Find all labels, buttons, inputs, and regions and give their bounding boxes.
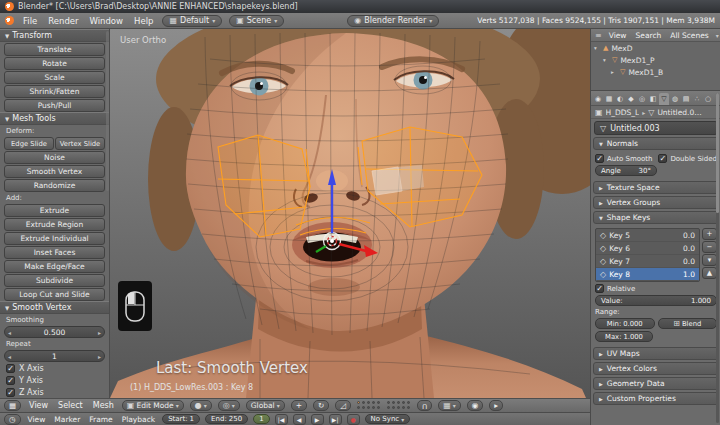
mode-dropdown[interactable]: ▣ Edit Mode ▾ bbox=[122, 400, 184, 411]
tab-object-data-icon[interactable]: ▽ bbox=[659, 93, 669, 105]
play-button[interactable]: ▶ bbox=[311, 414, 324, 425]
sync-mode-dropdown[interactable]: No Sync ▾ bbox=[365, 414, 411, 424]
range-min-field[interactable]: Min: 0.000 bbox=[595, 318, 655, 329]
range-max-field[interactable]: Max: 1.000 bbox=[595, 331, 653, 342]
timeline-menu-view[interactable]: View bbox=[26, 415, 48, 424]
remove-shape-key-button[interactable]: − bbox=[702, 241, 717, 253]
opengl-render-anim-button[interactable]: ▸ bbox=[489, 400, 503, 411]
outliner-item[interactable]: ▾ ▲ MexD bbox=[591, 42, 720, 54]
vertex-slide-button[interactable]: Vertex Slide bbox=[55, 137, 105, 150]
shrink-fatten-button[interactable]: Shrink/Fatten bbox=[4, 85, 105, 98]
jump-to-end-button[interactable]: ▶| bbox=[329, 414, 342, 425]
breadcrumb-object[interactable]: H_DDS_L bbox=[606, 108, 640, 117]
jump-to-start-button[interactable]: |◀ bbox=[275, 414, 288, 425]
outliner-display-dropdown[interactable]: All Scenes bbox=[668, 31, 710, 40]
tab-object-icon[interactable]: ◆ bbox=[626, 93, 636, 105]
extrude-region-button[interactable]: Extrude Region bbox=[4, 218, 105, 231]
orientation-dropdown[interactable]: Global ▾ bbox=[246, 400, 285, 411]
snap-toggle[interactable]: U bbox=[417, 400, 432, 411]
shape-key-row-selected[interactable]: ◇ Key 8 1.0 bbox=[596, 268, 699, 281]
panel-header-transform[interactable]: Transform bbox=[0, 29, 109, 42]
loop-cut-slide-button[interactable]: Loop Cut and Slide bbox=[4, 288, 105, 301]
tab-constraints-icon[interactable]: ◎ bbox=[637, 93, 647, 105]
panel-header-custom-properties[interactable]: Custom Properties bbox=[593, 392, 719, 405]
viewport-canvas[interactable] bbox=[110, 29, 590, 398]
auto-smooth-checkbox[interactable]: ✓ bbox=[595, 154, 604, 163]
pivot-point-dropdown[interactable]: ◎ ▾ bbox=[218, 400, 240, 411]
layers-widget-right[interactable] bbox=[387, 401, 411, 410]
panel-header-vertex-colors[interactable]: Vertex Colors bbox=[593, 362, 719, 375]
translate-button[interactable]: Translate bbox=[4, 43, 105, 56]
tab-modifiers-icon[interactable]: ◧ bbox=[648, 93, 658, 105]
shape-key-row[interactable]: ◇ Key 5 0.0 bbox=[596, 229, 699, 242]
extrude-button[interactable]: Extrude bbox=[4, 204, 105, 217]
outliner-item[interactable]: ▸ ▽ MexD1_B bbox=[591, 66, 720, 78]
make-edge-face-button[interactable]: Make Edge/Face bbox=[4, 260, 105, 273]
menu-file[interactable]: File bbox=[21, 16, 39, 26]
relative-checkbox[interactable]: ✓ bbox=[595, 284, 604, 293]
timeline-menu-marker[interactable]: Marker bbox=[52, 415, 82, 424]
panel-header-geometry-data[interactable]: Geometry Data bbox=[593, 377, 719, 390]
x-axis-checkbox[interactable]: ✓ bbox=[6, 364, 15, 373]
tab-world-icon[interactable]: ◐ bbox=[615, 93, 625, 105]
frame-end-field[interactable]: End: 250 bbox=[205, 414, 248, 424]
smoothing-slider[interactable]: 0.500 bbox=[4, 326, 105, 338]
panel-header-vertex-groups[interactable]: Vertex Groups bbox=[593, 196, 719, 209]
y-axis-checkbox[interactable]: ✓ bbox=[6, 376, 15, 385]
frame-start-field[interactable]: Start: 1 bbox=[162, 414, 200, 424]
smooth-vertex-button[interactable]: Smooth Vertex bbox=[4, 165, 105, 178]
current-frame-field[interactable]: 1 bbox=[253, 414, 269, 424]
move-shape-key-up-button[interactable]: ▲ bbox=[702, 267, 717, 279]
tab-scene-icon[interactable]: ▦ bbox=[604, 93, 614, 105]
extrude-individual-button[interactable]: Extrude Individual bbox=[4, 232, 105, 245]
double-sided-checkbox[interactable]: ✓ bbox=[658, 154, 667, 163]
breadcrumb-data[interactable]: Untitled.003 bbox=[657, 108, 703, 117]
expander-icon[interactable]: ▾ bbox=[594, 45, 600, 51]
editor-type-outliner-icon[interactable]: ≡ bbox=[595, 31, 602, 40]
menu-render[interactable]: Render bbox=[46, 16, 80, 26]
layers-widget-left[interactable] bbox=[357, 401, 381, 410]
manipulator-translate-toggle[interactable]: + bbox=[291, 400, 307, 411]
timeline-menu-frame[interactable]: Frame bbox=[87, 415, 114, 424]
tab-particles-icon[interactable]: ∴ bbox=[692, 93, 702, 105]
viewport-shading-dropdown[interactable]: ● ▾ bbox=[190, 400, 212, 411]
editor-type-3dview-icon[interactable]: ▦ bbox=[4, 400, 21, 411]
scene-dropdown[interactable]: ▣ Scene ▾ bbox=[229, 15, 284, 27]
push-pull-button[interactable]: Push/Pull bbox=[4, 99, 105, 112]
panel-header-texture-space[interactable]: Texture Space bbox=[593, 181, 719, 194]
outliner-menu-view[interactable]: View bbox=[607, 31, 629, 40]
subdivide-button[interactable]: Subdivide bbox=[4, 274, 105, 287]
menu-mesh[interactable]: Mesh bbox=[91, 401, 116, 410]
expander-icon[interactable]: ▸ bbox=[611, 69, 617, 75]
z-axis-checkbox[interactable]: ✓ bbox=[6, 388, 15, 397]
inset-faces-button[interactable]: Inset Faces bbox=[4, 246, 105, 259]
noise-button[interactable]: Noise bbox=[4, 151, 105, 164]
record-button[interactable]: ● bbox=[347, 414, 360, 425]
manipulator-rotate-toggle[interactable]: ↻ bbox=[313, 400, 329, 411]
panel-header-uv-maps[interactable]: UV Maps bbox=[593, 347, 719, 360]
outliner-menu-search[interactable]: Search bbox=[634, 31, 664, 40]
blend-vertex-group-field[interactable]: ⊞ Blend bbox=[658, 318, 718, 329]
manipulator-scale-toggle[interactable]: ◿ bbox=[335, 400, 351, 411]
timeline-menu-playback[interactable]: Playback bbox=[120, 415, 157, 424]
add-shape-key-button[interactable]: + bbox=[702, 228, 717, 240]
editor-type-timeline-icon[interactable]: ◷ bbox=[4, 414, 21, 425]
panel-header-normals[interactable]: Normals bbox=[593, 137, 719, 150]
menu-view[interactable]: View bbox=[27, 401, 50, 410]
screen-layout-dropdown[interactable]: ▦ Default ▾ bbox=[162, 15, 222, 27]
shape-key-value-slider[interactable]: Value: 1.000 bbox=[595, 295, 717, 306]
shape-key-row[interactable]: ◇ Key 6 0.0 bbox=[596, 242, 699, 255]
opengl-render-button[interactable]: ◉ bbox=[467, 400, 484, 411]
edge-slide-button[interactable]: Edge Slide bbox=[4, 137, 54, 150]
snap-element-dropdown[interactable]: ▦ ▾ bbox=[438, 400, 461, 411]
expander-icon[interactable]: ▾ bbox=[603, 57, 609, 63]
play-reverse-button[interactable]: ◀ bbox=[293, 414, 306, 425]
viewport-3d[interactable]: User Ortho Last: Smooth Vertex (1) H_DDS… bbox=[110, 29, 590, 398]
editor-type-info-icon[interactable] bbox=[5, 16, 14, 25]
tool-shelf-scrollbar[interactable] bbox=[106, 31, 109, 191]
panel-header-smooth-vertex[interactable]: Smooth Vertex bbox=[0, 301, 109, 314]
outliner-item[interactable]: ▾ ▽ MexD1_P bbox=[591, 54, 720, 66]
randomize-button[interactable]: Randomize bbox=[4, 179, 105, 192]
menu-window[interactable]: Window bbox=[88, 16, 126, 26]
render-engine-dropdown[interactable]: ◉ Blender Render ▾ bbox=[347, 15, 439, 27]
